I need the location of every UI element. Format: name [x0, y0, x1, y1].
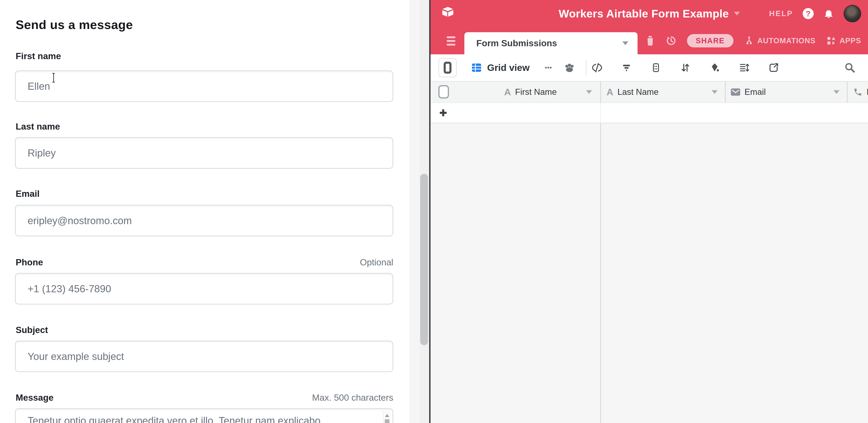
view-options-ellipsis-icon[interactable] [543, 62, 554, 73]
collaborators-icon[interactable] [564, 62, 575, 73]
phone-optional-hint: Optional [360, 257, 393, 267]
user-avatar[interactable] [844, 5, 861, 22]
contact-form-pane: Send us a message First name Ellen Last … [0, 0, 409, 423]
message-value: Tenetur optio quaerat expedita vero et i… [28, 415, 368, 423]
apps-label: APPS [839, 36, 861, 45]
column-caret-icon[interactable] [834, 90, 839, 94]
scrollbar-track-inner [409, 0, 420, 423]
textarea-scroll-thumb[interactable] [385, 419, 390, 423]
help-qmark: ? [806, 9, 811, 18]
email-label: Email [16, 189, 39, 199]
message-label: Message [16, 393, 54, 403]
table-tab-form-submissions[interactable]: Form Submissions [464, 32, 638, 54]
base-title-caret-icon[interactable] [734, 12, 740, 16]
column-divider[interactable] [725, 82, 725, 103]
first-name-value: Ellen [28, 81, 50, 92]
color-icon[interactable] [709, 62, 720, 73]
column-caret-icon[interactable] [712, 90, 718, 94]
grid-body-empty [431, 123, 868, 423]
page-scrollbar-track[interactable] [409, 0, 429, 423]
automations-label: AUTOMATIONS [757, 36, 816, 45]
phone-field-type-icon [853, 87, 863, 97]
email-field-type-icon [731, 88, 740, 96]
frozen-column-divider [600, 123, 601, 423]
history-icon[interactable] [665, 35, 677, 47]
sort-icon[interactable] [680, 62, 691, 73]
text-field-type-icon: A [607, 87, 613, 98]
filter-icon[interactable] [621, 62, 632, 73]
last-name-label: Last name [16, 122, 60, 132]
page-scrollbar-thumb[interactable] [420, 174, 428, 345]
view-toolbar: Grid view [431, 54, 868, 81]
column-name: Email [744, 87, 766, 97]
form-title: Send us a message [16, 18, 133, 32]
text-field-type-icon: A [504, 87, 511, 98]
subject-value: Your example subject [28, 351, 124, 362]
first-name-input[interactable]: Ellen [15, 70, 393, 102]
automations-icon [744, 35, 754, 46]
help-question-icon[interactable]: ? [803, 8, 814, 19]
column-header-email[interactable]: Email [731, 82, 766, 103]
airtable-topbar: Workers Airtable Form Example HELP ? [431, 0, 868, 27]
text-cursor-icon [51, 72, 57, 83]
automations-button[interactable]: AUTOMATIONS [744, 35, 816, 46]
add-row-plus-icon[interactable] [438, 108, 448, 118]
first-name-label: First name [16, 51, 61, 61]
scroll-up-icon[interactable] [385, 414, 389, 417]
column-caret-icon[interactable] [586, 90, 592, 94]
column-divider[interactable] [600, 82, 601, 103]
toolbar-divider [586, 60, 587, 75]
screen: Send us a message First name Ellen Last … [0, 0, 868, 423]
sidebar-menu-icon[interactable] [447, 36, 455, 46]
column-header-first-name[interactable]: A First Name [504, 82, 557, 103]
apps-button[interactable]: APPS [826, 35, 861, 46]
add-row[interactable] [431, 103, 868, 123]
email-input[interactable]: eripley@nostromo.com [15, 205, 393, 236]
email-value: eripley@nostromo.com [28, 215, 132, 226]
help-button[interactable]: HELP [769, 9, 793, 18]
search-icon[interactable] [844, 62, 856, 73]
column-header-phone[interactable]: Phone [853, 82, 868, 103]
phone-value: +1 (123) 456-7890 [28, 283, 111, 295]
row-height-icon[interactable] [739, 62, 750, 73]
table-tab-label: Form Submissions [476, 38, 622, 48]
phone-input[interactable]: +1 (123) 456-7890 [15, 273, 393, 304]
column-divider[interactable] [847, 82, 847, 103]
grid-view-icon [471, 62, 482, 73]
column-header-last-name[interactable]: A Last Name [607, 82, 659, 103]
column-name: Phone [867, 87, 868, 97]
textarea-scrollbar[interactable] [383, 411, 391, 423]
view-sidebar-toggle-button[interactable] [438, 58, 457, 77]
last-name-value: Ripley [28, 147, 56, 159]
sidebar-panel-icon [444, 62, 452, 73]
message-max-hint: Max. 500 characters [312, 393, 393, 403]
column-divider [600, 103, 601, 123]
column-name: Last Name [618, 87, 659, 97]
view-name[interactable]: Grid view [487, 62, 530, 73]
column-name: First Name [515, 87, 557, 97]
grid-header-row: A First Name A Last Name Email [431, 81, 868, 103]
notifications-bell-icon[interactable] [824, 8, 834, 19]
share-view-icon[interactable] [768, 62, 779, 73]
select-all-checkbox[interactable] [438, 85, 449, 98]
message-textarea[interactable]: Tenetur optio quaerat expedita vero et i… [15, 408, 393, 423]
trash-icon[interactable] [645, 35, 655, 46]
table-tab-caret-icon [622, 41, 628, 45]
hide-fields-icon[interactable] [592, 62, 602, 73]
subject-input[interactable]: Your example subject [15, 341, 393, 372]
subject-label: Subject [16, 325, 48, 335]
apps-icon [826, 35, 837, 46]
base-title[interactable]: Workers Airtable Form Example [559, 7, 729, 20]
share-label: SHARE [696, 36, 725, 45]
share-button[interactable]: SHARE [687, 34, 734, 48]
phone-label: Phone [16, 257, 43, 267]
airtable-pane: Workers Airtable Form Example HELP ? For… [431, 0, 868, 423]
last-name-input[interactable]: Ripley [15, 137, 393, 169]
group-icon[interactable] [650, 62, 661, 73]
